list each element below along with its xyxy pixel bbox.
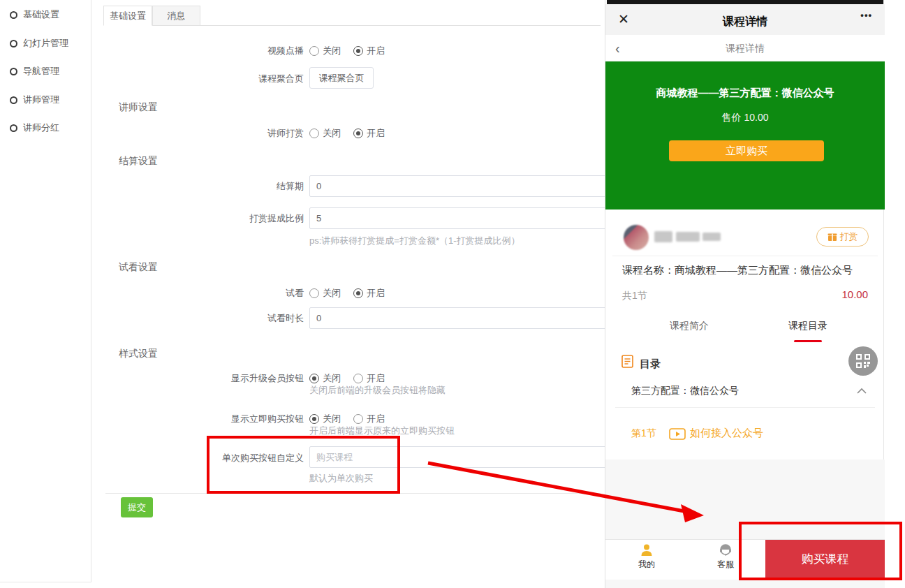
sidebar-item-lecturer-mgmt[interactable]: 讲师管理 bbox=[10, 94, 59, 106]
catalog-title: 目录 bbox=[640, 358, 661, 371]
qr-code-float-button[interactable] bbox=[848, 346, 878, 376]
circle-icon bbox=[10, 96, 17, 104]
blurred-username bbox=[654, 231, 672, 242]
phone-page-title: 课程详情 bbox=[605, 15, 885, 29]
nav-item-label: 我的 bbox=[638, 559, 655, 571]
form-row-single-buy: 单次购买按钮自定义 bbox=[0, 451, 304, 465]
radio-label: 开启 bbox=[367, 372, 385, 385]
form-row-upgrade-button: 显示升级会员按钮 关闭 开启 bbox=[0, 372, 397, 385]
nav-item-label: 客服 bbox=[717, 559, 734, 571]
tab-course-intro[interactable]: 课程简介 bbox=[647, 320, 731, 332]
reward-on-radio[interactable] bbox=[353, 128, 363, 138]
tabbar-divider bbox=[103, 25, 601, 26]
field-label: 试看时长 bbox=[0, 312, 304, 325]
upgrade-on-radio[interactable] bbox=[353, 374, 363, 383]
hero-price: 售价 10.00 bbox=[605, 112, 885, 124]
form-row-reward: 讲师打赏 关闭 开启 bbox=[0, 126, 397, 140]
nav-item-mine[interactable]: 我的 bbox=[627, 543, 666, 571]
tab-message[interactable]: 消息 bbox=[152, 6, 200, 26]
field-label: 结算期 bbox=[0, 180, 304, 193]
chevron-up-icon[interactable] bbox=[857, 388, 867, 394]
more-icon[interactable]: ••• bbox=[860, 10, 872, 20]
section-title-lecturer: 讲师设置 bbox=[119, 101, 158, 114]
reward-button-label: 打赏 bbox=[840, 230, 858, 243]
section-title-style: 样式设置 bbox=[119, 348, 158, 360]
person-icon bbox=[640, 543, 654, 557]
reward-off-radio[interactable] bbox=[309, 128, 319, 138]
course-name-text: 课程名称：商城教程——第三方配置：微信公众号 bbox=[622, 264, 874, 277]
radio-label: 开启 bbox=[367, 127, 385, 140]
radio-label: 关闭 bbox=[323, 413, 341, 425]
sidebar-item-basic-settings[interactable]: 基础设置 bbox=[10, 8, 59, 21]
upgrade-hint: 关闭后前端的升级会员按钮将隐藏 bbox=[309, 384, 446, 397]
section-title-trial: 试看设置 bbox=[119, 261, 158, 274]
phone-bottom-strip bbox=[605, 580, 885, 588]
gift-icon bbox=[827, 232, 837, 242]
radio-label: 关闭 bbox=[323, 287, 341, 300]
nav-item-service[interactable]: 客服 bbox=[706, 543, 745, 571]
commission-hint: ps:讲师获得打赏提成=打赏金额*（1-打赏提成比例） bbox=[309, 235, 520, 247]
phone-preview: ✕ 课程详情 ••• ‹ 课程详情 商城教程——第三方配置：微信公众号 售价 1… bbox=[605, 0, 884, 588]
vod-off-radio[interactable] bbox=[309, 46, 319, 56]
phone-bottom-nav: 我的 客服 购买课程 bbox=[605, 539, 885, 580]
reward-button[interactable]: 打赏 bbox=[816, 227, 869, 247]
divider bbox=[612, 256, 878, 256]
form-row-buynow-button: 显示立即购买按钮 关闭 开启 bbox=[0, 412, 397, 426]
course-aggregate-page-button[interactable]: 课程聚合页 bbox=[309, 67, 374, 89]
field-label: 讲师打赏 bbox=[0, 127, 304, 140]
divider bbox=[615, 407, 875, 408]
course-price: 10.00 bbox=[841, 288, 868, 300]
buy-now-button[interactable]: 立即购买 bbox=[669, 140, 824, 161]
divider bbox=[105, 493, 601, 494]
radio-label: 关闭 bbox=[323, 45, 341, 57]
upgrade-off-radio[interactable] bbox=[309, 374, 319, 383]
blurred-username bbox=[676, 232, 700, 242]
catalog-doc-icon bbox=[621, 355, 633, 368]
buy-course-button[interactable]: 购买课程 bbox=[765, 540, 885, 578]
phone-subheader: ‹ 课程详情 bbox=[605, 35, 885, 61]
form-row-commission: 打赏提成比例 bbox=[0, 212, 304, 226]
chapter-row-title[interactable]: 第三方配置：微信公众号 bbox=[631, 385, 739, 397]
phone-header: ✕ 课程详情 ••• bbox=[605, 4, 885, 35]
field-label: 课程聚合页 bbox=[0, 73, 304, 85]
form-row-vod: 视频点播 关闭 开启 bbox=[0, 44, 397, 58]
section-title-settlement: 结算设置 bbox=[119, 155, 158, 168]
buynow-on-radio[interactable] bbox=[353, 414, 363, 424]
sidebar-item-label: 讲师管理 bbox=[23, 94, 59, 106]
video-play-icon bbox=[669, 428, 686, 440]
blurred-username bbox=[702, 233, 721, 241]
avatar bbox=[624, 225, 649, 250]
lesson-title[interactable]: 如何接入公众号 bbox=[690, 427, 763, 440]
form-row-trial-duration: 试看时长 bbox=[0, 311, 304, 325]
tab-basic-settings[interactable]: 基础设置 bbox=[103, 6, 152, 26]
headset-icon bbox=[719, 543, 733, 557]
form-row-settle-period: 结算期 bbox=[0, 179, 304, 193]
hero-course-title: 商城教程——第三方配置：微信公众号 bbox=[605, 87, 885, 100]
submit-button[interactable]: 提交 bbox=[121, 497, 153, 517]
sidebar-item-label: 基础设置 bbox=[23, 8, 59, 21]
field-label: 单次购买按钮自定义 bbox=[0, 452, 304, 464]
divider bbox=[0, 582, 91, 582]
vod-on-radio[interactable] bbox=[353, 46, 363, 56]
buynow-off-radio[interactable] bbox=[309, 414, 319, 424]
tab-course-catalog[interactable]: 课程目录 bbox=[766, 320, 850, 332]
admin-course-settings-page: 基础设置 幻灯片管理 导航管理 讲师管理 讲师分红 基础设置 消息 视频点播 关… bbox=[0, 0, 905, 588]
phone-subtitle: 课程详情 bbox=[605, 43, 885, 55]
radio-label: 关闭 bbox=[323, 127, 341, 140]
field-label: 试看 bbox=[0, 287, 304, 300]
qr-icon bbox=[856, 354, 870, 368]
form-row-aggregate: 课程聚合页 bbox=[0, 72, 304, 86]
field-label: 显示立即购买按钮 bbox=[0, 413, 304, 425]
buynow-hint: 开启后前端显示原来的立即购买按钮 bbox=[309, 425, 455, 437]
content-placeholder-area bbox=[605, 460, 885, 539]
lesson-count: 共1节 bbox=[622, 290, 647, 302]
field-label: 视频点播 bbox=[0, 45, 304, 57]
form-row-trial: 试看 关闭 开启 bbox=[0, 286, 397, 300]
radio-label: 开启 bbox=[367, 413, 385, 425]
circle-icon bbox=[10, 11, 17, 19]
field-label: 显示升级会员按钮 bbox=[0, 372, 304, 385]
trial-on-radio[interactable] bbox=[353, 288, 363, 298]
field-label: 打赏提成比例 bbox=[0, 212, 304, 225]
single-buy-hint: 默认为单次购买 bbox=[309, 472, 373, 485]
trial-off-radio[interactable] bbox=[309, 288, 319, 298]
